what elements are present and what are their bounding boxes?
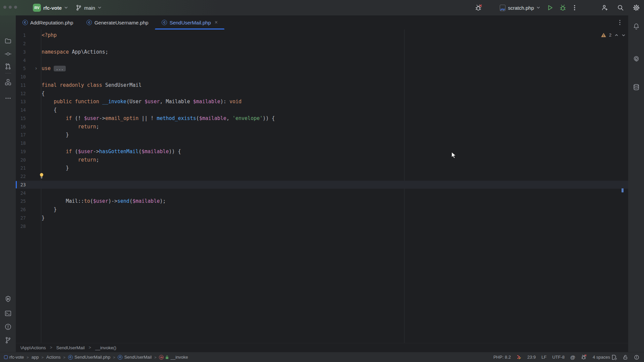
indent-widget[interactable]: 4 spaces <box>593 354 617 360</box>
more-tool-windows-icon[interactable] <box>4 95 12 102</box>
gutter: 13 <box>16 98 41 106</box>
code-line-21[interactable]: 21 } <box>16 164 628 172</box>
services-tool-icon[interactable] <box>4 295 12 303</box>
terminal-tool-icon[interactable] <box>4 310 12 317</box>
line-number: 27 <box>16 215 26 221</box>
gutter: 17 <box>16 131 41 139</box>
code-line-27[interactable]: 27} <box>16 214 628 222</box>
breadcrumb-item[interactable]: \App\Actions <box>20 345 46 350</box>
run-configuration-selector[interactable]: php scratch.php <box>500 0 540 15</box>
debug-button[interactable] <box>559 4 567 11</box>
line-number: 25 <box>16 198 26 204</box>
fold-arrow-icon[interactable]: › <box>35 65 38 71</box>
code-line-26[interactable]: 26 } <box>16 205 628 214</box>
line-separator-widget[interactable]: LF <box>541 355 546 360</box>
window-controls[interactable] <box>3 6 17 9</box>
problems-tool-icon[interactable] <box>4 323 12 330</box>
status-path-method[interactable]: m __invoke <box>159 355 188 360</box>
more-actions-button[interactable] <box>572 4 578 11</box>
code-line-24[interactable]: 24 <box>16 189 628 197</box>
search-everywhere-button[interactable] <box>617 4 624 11</box>
structure-tool-icon[interactable] <box>4 78 12 86</box>
line-number: 11 <box>16 82 26 88</box>
code-line-11[interactable]: 11final readonly class SendUserMail <box>16 81 628 89</box>
code-line-25[interactable]: 25 Mail::to($user)->send($mailable); <box>16 197 628 205</box>
code-line-5[interactable]: 5›use ... <box>16 64 628 73</box>
tab-generateusername[interactable]: C GenerateUsername.php <box>80 15 155 29</box>
tab-label: GenerateUsername.php <box>94 20 148 25</box>
breadcrumb-item[interactable]: __invoke() <box>95 345 116 350</box>
no-debugger-icon[interactable] <box>581 354 587 360</box>
tab-options-icon[interactable] <box>617 19 623 26</box>
code-line-19[interactable]: 19 if ($user->hasGottenMail($mailable)) … <box>16 147 628 156</box>
ai-assistant-icon[interactable] <box>633 55 640 62</box>
php-file-icon: php <box>500 5 505 11</box>
line-number: 20 <box>16 157 26 163</box>
background-tasks-icon[interactable] <box>634 355 639 360</box>
inspection-widget[interactable]: 2 <box>601 33 626 38</box>
ai-status-icon[interactable]: @ <box>570 354 575 360</box>
status-path-item[interactable]: Actions <box>46 355 61 360</box>
code-line-3[interactable]: 3namespace App\Actions; <box>16 48 628 56</box>
tab-addreputation[interactable]: C AddReputation.php <box>16 15 80 29</box>
code-line-16[interactable]: 16 return; <box>16 122 628 131</box>
status-path-module[interactable]: rfc-vote <box>4 355 24 360</box>
code-line-4[interactable]: 4 <box>16 56 628 64</box>
status-path-class[interactable]: C SendUserMail <box>118 355 152 360</box>
code-line-22[interactable]: 22 <box>16 172 628 181</box>
code-line-1[interactable]: 1<?php <box>16 31 628 40</box>
code-line-18[interactable]: 18 <box>16 139 628 147</box>
breadcrumb-item[interactable]: SendUserMail <box>56 345 85 350</box>
intention-bulb-icon[interactable] <box>39 173 44 180</box>
code-line-13[interactable]: 13 public function __invoke(User $user, … <box>16 98 628 106</box>
window-minimize-button[interactable] <box>9 6 12 9</box>
code-line-28[interactable]: 28 <box>16 222 628 230</box>
line-number: 18 <box>16 140 26 146</box>
close-tab-icon[interactable]: × <box>215 20 218 25</box>
code-with-me-button[interactable] <box>601 4 608 11</box>
public-modifier-icon <box>165 355 169 359</box>
no-debug-session-icon[interactable] <box>475 4 482 11</box>
project-tool-icon[interactable] <box>4 37 12 45</box>
file-writable-lock-icon[interactable] <box>623 355 628 360</box>
project-avatar: RV <box>33 4 41 12</box>
window-close-button[interactable] <box>3 6 6 9</box>
version-control-tool-icon[interactable] <box>4 337 12 344</box>
code-line-20[interactable]: 20 return; <box>16 156 628 164</box>
commit-tool-icon[interactable] <box>4 50 12 58</box>
code-line-12[interactable]: 12{ <box>16 89 628 98</box>
status-path-file[interactable]: C SendUserMail.php <box>68 355 110 360</box>
laravel-plugin-icon[interactable] <box>517 355 522 360</box>
window-zoom-button[interactable] <box>14 6 17 9</box>
code-lines: 1<?php23namespace App\Actions;45›use ...… <box>16 31 628 230</box>
code-editor[interactable]: 1<?php23namespace App\Actions;45›use ...… <box>16 29 628 343</box>
code-line-17[interactable]: 17 } <box>16 131 628 139</box>
toolbar-right: php scratch.php <box>475 0 640 15</box>
status-navigation-path: rfc-vote > app > Actions > C SendUserMai… <box>0 355 188 360</box>
line-number: 3 <box>16 49 26 55</box>
status-path-item[interactable]: app <box>32 355 39 360</box>
database-tool-icon[interactable] <box>633 83 640 91</box>
php-version-widget[interactable]: PHP: 8.2 <box>493 355 511 360</box>
next-problem-icon[interactable] <box>622 33 626 37</box>
notifications-bell-icon[interactable] <box>633 23 640 30</box>
gutter: 22 <box>16 172 41 181</box>
code-line-15[interactable]: 15 if (! $user->email_optin || ! method_… <box>16 114 628 123</box>
project-widget[interactable]: RV rfc-vote <box>33 0 68 15</box>
caret-position-widget[interactable]: 23:9 <box>527 355 536 360</box>
settings-gear-icon[interactable] <box>633 4 640 11</box>
previous-problem-icon[interactable] <box>614 33 619 37</box>
code-text: <?php <box>41 32 57 38</box>
run-button[interactable] <box>546 4 554 11</box>
path-separator: > <box>154 355 156 359</box>
tab-sendusermail[interactable]: C SendUserMail.php × <box>155 15 224 29</box>
branch-widget[interactable]: main <box>75 0 102 15</box>
code-text: return; <box>41 157 99 163</box>
code-line-2[interactable]: 2 <box>16 40 628 48</box>
code-line-10[interactable]: 10 <box>16 73 628 81</box>
encoding-widget[interactable]: UTF-8 <box>552 355 565 360</box>
code-line-14[interactable]: 14 { <box>16 106 628 114</box>
code-line-23[interactable]: 23 <box>16 181 628 189</box>
line-number: 19 <box>16 149 26 154</box>
pull-requests-tool-icon[interactable] <box>4 63 12 70</box>
